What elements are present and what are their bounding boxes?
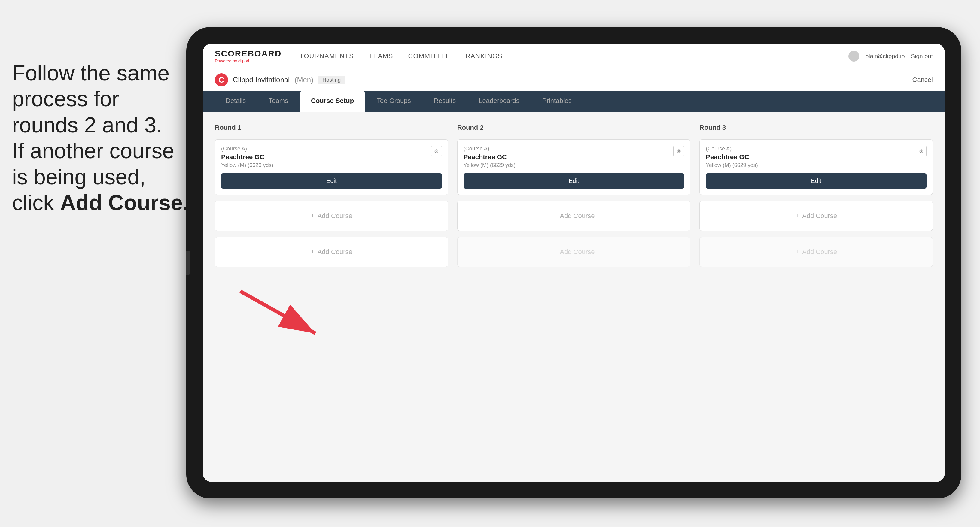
user-avatar (848, 51, 859, 62)
round-3-add-course-label-2: Add Course (802, 248, 837, 256)
round-2-course-card: (Course A) Peachtree GC Yellow (M) (6629… (457, 139, 691, 195)
round-2-add-course-label-1: Add Course (560, 212, 595, 220)
nav-rankings[interactable]: RANKINGS (466, 52, 503, 60)
round-3-add-course-label-1: Add Course (802, 212, 837, 220)
round-1-course-card: (Course A) Peachtree GC Yellow (M) (6629… (215, 139, 448, 195)
round-1-card-header: (Course A) Peachtree GC Yellow (M) (6629… (221, 146, 442, 173)
tab-course-setup[interactable]: Course Setup (300, 91, 365, 112)
tablet-side-button (186, 251, 190, 275)
instruction-line3: rounds 2 and 3. (12, 113, 162, 137)
round-1-edit-button[interactable]: Edit (221, 173, 442, 189)
nav-committee[interactable]: COMMITTEE (408, 52, 451, 60)
sign-out-link[interactable]: Sign out (911, 53, 933, 60)
instruction-line5: is being used, (12, 165, 145, 189)
round-2-course-name: Peachtree GC (464, 153, 674, 161)
round-2-edit-button[interactable]: Edit (464, 173, 684, 189)
instruction-panel: Follow the same process for rounds 2 and… (0, 48, 210, 228)
tournament-name: Clippd Invitational (233, 76, 290, 84)
round-2-course-details: Yellow (M) (6629 yds) (464, 162, 674, 168)
round-2-add-course-1[interactable]: + Add Course (457, 201, 691, 231)
round-2-course-info: (Course A) Peachtree GC Yellow (M) (6629… (464, 146, 674, 173)
round-3-course-name: Peachtree GC (706, 153, 916, 161)
round-1-add-course-2[interactable]: + Add Course (215, 237, 448, 267)
round-2-card-header: (Course A) Peachtree GC Yellow (M) (6629… (464, 146, 684, 173)
nav-left: SCOREBOARD Powered by clippd TOURNAMENTS… (215, 49, 502, 63)
plus-icon-r2-1: + (553, 212, 557, 220)
sub-navigation: C Clippd Invitational (Men) Hosting Canc… (203, 69, 945, 91)
plus-icon-r2-2: + (553, 248, 557, 256)
round-1-label: Round 1 (215, 124, 448, 132)
round-2-label: Round 2 (457, 124, 691, 132)
clippd-logo: C (215, 73, 228, 86)
round-1-add-course-1[interactable]: + Add Course (215, 201, 448, 231)
round-1-delete-icon[interactable]: ⊗ (431, 146, 442, 156)
brand: SCOREBOARD Powered by clippd (215, 49, 282, 63)
instruction-line6: click (12, 190, 60, 215)
trash-icon-r2: ⊗ (676, 148, 681, 154)
main-content: Round 1 (Course A) Peachtree GC Yellow (… (203, 112, 945, 482)
tab-bar: Details Teams Course Setup Tee Groups Re… (203, 91, 945, 112)
round-3-label: Round 3 (699, 124, 933, 132)
round-1-course-info: (Course A) Peachtree GC Yellow (M) (6629… (221, 146, 431, 173)
tab-details[interactable]: Details (215, 91, 256, 112)
round-1-course-name: Peachtree GC (221, 153, 431, 161)
tournament-status: Hosting (318, 76, 345, 84)
user-email: blair@clippd.io (865, 53, 905, 60)
plus-icon-r1-1: + (311, 212, 315, 220)
plus-icon-r3-1: + (795, 212, 799, 220)
round-3-course-label: (Course A) (706, 146, 916, 152)
cancel-button[interactable]: Cancel (912, 76, 933, 84)
round-3-course-card: (Course A) Peachtree GC Yellow (M) (6629… (699, 139, 933, 195)
round-1-course-details: Yellow (M) (6629 yds) (221, 162, 431, 168)
nav-links: TOURNAMENTS TEAMS COMMITTEE RANKINGS (299, 52, 502, 60)
round-1-course-label: (Course A) (221, 146, 431, 152)
round-2-add-course-label-2: Add Course (560, 248, 595, 256)
tab-leaderboards[interactable]: Leaderboards (468, 91, 530, 112)
round-1-column: Round 1 (Course A) Peachtree GC Yellow (… (215, 124, 448, 267)
round-3-column: Round 3 (Course A) Peachtree GC Yellow (… (699, 124, 933, 267)
top-navigation: SCOREBOARD Powered by clippd TOURNAMENTS… (203, 44, 945, 69)
round-2-add-course-2: + Add Course (457, 237, 691, 267)
instruction-line2: process for (12, 87, 119, 111)
instruction-line1: Follow the same (12, 61, 169, 85)
round-1-add-course-label-1: Add Course (318, 212, 352, 220)
tournament-info: C Clippd Invitational (Men) Hosting (215, 73, 345, 86)
brand-tagline: Powered by clippd (215, 59, 282, 63)
nav-right: blair@clippd.io Sign out (848, 51, 933, 62)
nav-teams[interactable]: TEAMS (369, 52, 393, 60)
plus-icon-r3-2: + (795, 248, 799, 256)
tab-printables[interactable]: Printables (531, 91, 582, 112)
round-3-add-course-2: + Add Course (699, 237, 933, 267)
round-3-edit-button[interactable]: Edit (706, 173, 926, 189)
tablet-screen: SCOREBOARD Powered by clippd TOURNAMENTS… (203, 44, 945, 482)
round-3-course-info: (Course A) Peachtree GC Yellow (M) (6629… (706, 146, 916, 173)
rounds-grid: Round 1 (Course A) Peachtree GC Yellow (… (215, 124, 933, 267)
nav-tournaments[interactable]: TOURNAMENTS (299, 52, 354, 60)
instruction-line4: If another course (12, 139, 174, 163)
tab-tee-groups[interactable]: Tee Groups (366, 91, 422, 112)
round-3-card-header: (Course A) Peachtree GC Yellow (M) (6629… (706, 146, 926, 173)
tab-results[interactable]: Results (423, 91, 466, 112)
round-2-delete-icon[interactable]: ⊗ (673, 146, 684, 156)
round-3-course-details: Yellow (M) (6629 yds) (706, 162, 916, 168)
tablet-device: SCOREBOARD Powered by clippd TOURNAMENTS… (186, 27, 961, 498)
round-1-add-course-label-2: Add Course (318, 248, 352, 256)
tournament-gender: (Men) (294, 76, 313, 84)
round-2-column: Round 2 (Course A) Peachtree GC Yellow (… (457, 124, 691, 267)
trash-icon: ⊗ (434, 148, 439, 154)
tab-teams[interactable]: Teams (258, 91, 299, 112)
instruction-bold: Add Course. (60, 190, 189, 215)
plus-icon-r1-2: + (311, 248, 315, 256)
round-2-course-label: (Course A) (464, 146, 674, 152)
round-3-delete-icon[interactable]: ⊗ (916, 146, 926, 156)
round-3-add-course-1[interactable]: + Add Course (699, 201, 933, 231)
brand-name: SCOREBOARD (215, 49, 282, 59)
trash-icon-r3: ⊗ (919, 148, 924, 154)
